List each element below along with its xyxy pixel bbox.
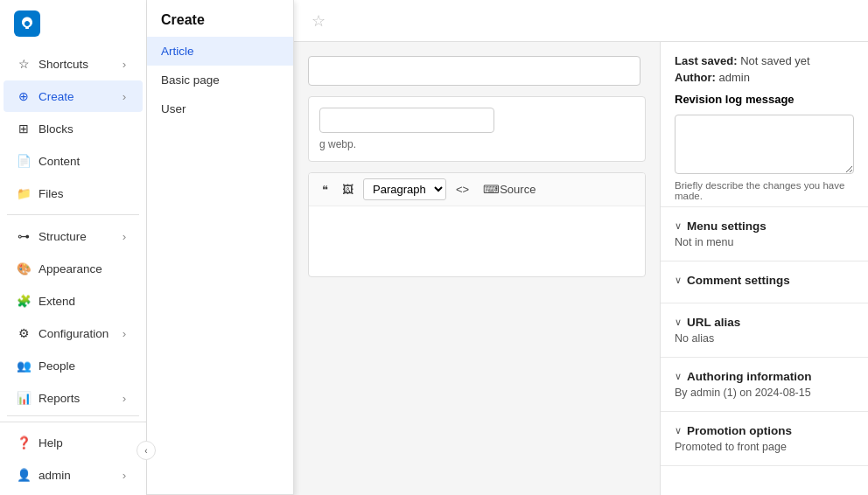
divider [7,214,139,215]
paragraph-format-select[interactable]: Paragraph [363,178,446,200]
user-icon: 👤 [16,467,32,483]
logo-area[interactable] [0,0,146,47]
url-alias-value: No alias [675,332,854,345]
plus-circle-icon: ⊕ [16,88,32,104]
sidebar-item-label: People [38,359,130,373]
last-saved-label: Last saved: [675,54,738,67]
editor-toolbar: ❝ 🖼 Paragraph <> ⌨ Source [309,173,645,206]
dropdown-item-user[interactable]: User [147,94,293,123]
chevron-down-icon: ∨ [675,425,682,436]
settings-icon: ⚙ [16,325,32,341]
url-alias-header[interactable]: ∨ URL alias [675,316,854,329]
drupal-icon [19,16,35,31]
title-field-group [308,56,646,86]
sidebar-item-label: Blocks [38,122,130,136]
chevron-down-icon: ∨ [675,220,682,232]
sidebar-item-help[interactable]: ❓ Help [4,427,143,458]
dropdown-item-article[interactable]: Article [147,37,293,66]
blockquote-toolbar-button[interactable]: ❝ [318,180,332,199]
divider [7,415,139,416]
comment-settings-section: ∨ Comment settings [661,261,868,303]
sidebar-item-label: Appearance [38,262,130,275]
app-logo[interactable] [14,10,40,37]
file-hint: g webp. [319,138,634,150]
promotion-options-header[interactable]: ∨ Promotion options [675,424,854,437]
sidebar-item-label: Extend [38,295,130,308]
question-icon: ❓ [16,435,32,450]
authoring-information-section: ∨ Authoring information By admin (1) on … [661,358,868,412]
promotion-options-section: ∨ Promotion options Promoted to front pa… [661,412,868,466]
chevron-right-icon: › [118,58,130,70]
promotion-options-value: Promoted to front page [675,441,854,453]
last-saved-value: Not saved yet [740,54,810,67]
comment-settings-header[interactable]: ∨ Comment settings [675,274,854,287]
users-icon: 👥 [16,358,32,373]
sidebar-item-content[interactable]: 📄 Content [4,145,143,177]
dropdown-item-basic-page[interactable]: Basic page [147,66,293,94]
sidebar-item-reports[interactable]: 📊 Reports › [4,382,143,410]
chevron-right-icon: › [118,90,130,102]
favorite-icon[interactable]: ☆ [312,11,326,31]
comment-settings-title: Comment settings [687,274,854,287]
right-panel: Last saved: Not saved yet Author: admin … [660,42,868,495]
sidebar-item-create[interactable]: ⊕ Create › [4,80,143,112]
sidebar-item-admin[interactable]: 👤 admin › [4,459,143,491]
chevron-down-icon: ∨ [675,275,682,286]
sidebar-item-files[interactable]: 📁 Files [4,178,143,209]
collapse-sidebar-button[interactable]: ‹ [136,441,156,460]
last-saved-row: Last saved: Not saved yet [675,54,854,67]
file-icon: 📄 [16,153,32,169]
url-alias-title: URL alias [687,316,854,329]
authoring-information-title: Authoring information [687,370,854,383]
authoring-information-header[interactable]: ∨ Authoring information [675,370,854,383]
url-alias-section: ∨ URL alias No alias [661,303,868,358]
grid-icon: ⊞ [16,121,32,136]
sidebar-item-extend[interactable]: 🧩 Extend [4,285,143,317]
menu-settings-header[interactable]: ∨ Menu settings [675,220,854,233]
sidebar-item-people[interactable]: 👥 People [4,350,143,381]
sitemap-icon: ⊶ [16,228,32,244]
author-label: Author: [675,71,716,84]
promotion-options-title: Promotion options [687,424,854,437]
title-input[interactable] [308,56,640,86]
sidebar-item-structure[interactable]: ⊶ Structure › [4,220,143,252]
sidebar-item-label: Shortcuts [38,58,111,71]
create-dropdown-menu: Create Article Basic page User [147,0,294,495]
editor-body[interactable] [309,206,645,276]
chevron-right-icon: › [118,392,130,404]
sidebar-item-shortcuts[interactable]: ☆ Shortcuts › [4,48,143,80]
sidebar-item-label: Create [38,90,111,103]
content-area: chosen g webp. ❝ 🖼 Paragraph <> ⌨ Source [294,42,868,495]
menu-settings-value: Not in menu [675,236,854,248]
file-select-row: chosen [319,108,634,133]
page-header: ☆ [294,0,868,42]
sidebar-item-label: Content [38,155,130,168]
source-label: Source [500,183,536,196]
sidebar-item-blocks[interactable]: ⊞ Blocks [4,113,143,144]
dropdown-title: Create [147,0,293,37]
sidebar-item-label: Reports [38,392,111,405]
image-card: chosen g webp. [308,96,646,162]
folder-icon: 📁 [16,185,32,201]
sidebar-item-label: Structure [38,230,111,243]
image-toolbar-button[interactable]: 🖼 [338,180,358,199]
chevron-right-icon: › [118,230,130,242]
revision-log-textarea[interactable] [675,115,854,174]
chevron-down-icon: ∨ [675,317,682,328]
revision-log-area: Revision log message Briefly describe th… [675,93,854,201]
image-upload-area: chosen g webp. [309,97,645,161]
sidebar-item-configuration[interactable]: ⚙ Configuration › [4,317,143,349]
puzzle-icon: 🧩 [16,293,32,309]
body-editor-card: ❝ 🖼 Paragraph <> ⌨ Source [308,172,646,277]
chevron-down-icon: ∨ [675,371,682,382]
menu-settings-title: Menu settings [687,220,854,233]
editor-section: chosen g webp. ❝ 🖼 Paragraph <> ⌨ Source [294,42,660,495]
sidebar: ☆ Shortcuts › ⊕ Create › ⊞ Blocks 📄 Cont… [0,0,147,495]
code-toolbar-button[interactable]: <> [452,180,473,199]
menu-settings-section: ∨ Menu settings Not in menu [661,207,868,261]
save-info-section: Last saved: Not saved yet Author: admin … [661,42,868,207]
sidebar-item-appearance[interactable]: 🎨 Appearance [4,253,143,284]
source-toolbar-button[interactable]: ⌨ Source [479,180,540,199]
author-row: Author: admin [675,71,854,84]
file-chosen-input[interactable]: chosen [319,108,494,133]
